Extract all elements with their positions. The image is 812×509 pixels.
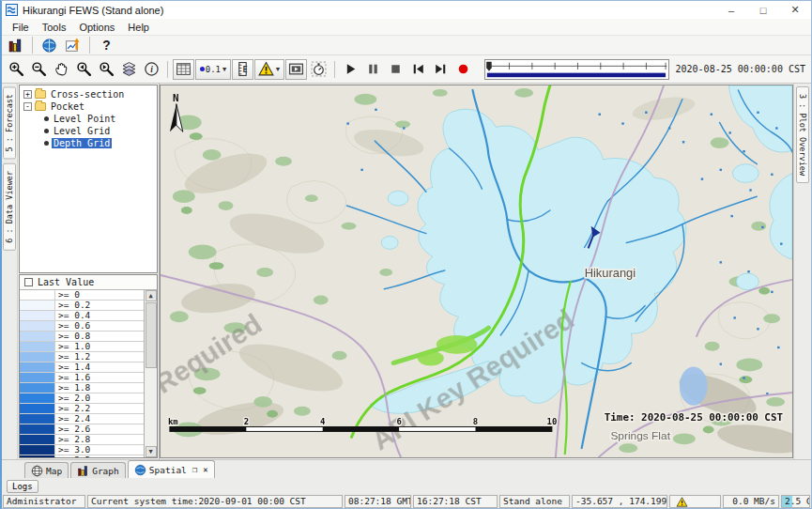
svg-text:E: E bbox=[243, 65, 248, 74]
movie-button[interactable] bbox=[285, 59, 307, 80]
scale-tick-label: 10 bbox=[547, 417, 558, 426]
menu-tools[interactable]: Tools bbox=[36, 21, 73, 34]
svg-text:N: N bbox=[173, 92, 179, 104]
scale-select-button[interactable]: 0.1▼ bbox=[195, 59, 231, 80]
legend-label: >= 1.2 bbox=[55, 352, 90, 362]
status-local-time: 16:27:18 CST bbox=[413, 495, 498, 508]
bullet-icon bbox=[44, 116, 49, 121]
tree-item-depth-grid[interactable]: Depth Grid bbox=[20, 137, 157, 149]
close-button[interactable]: ✕ bbox=[779, 1, 811, 19]
legend-label: >= 0.8 bbox=[55, 332, 90, 341]
legend-panel: Last Value >= 0>= 0.2>= 0.4>= 0.6>= 0.8>… bbox=[19, 274, 158, 458]
right-tab-plot-overview[interactable]: 3 : Plot Overview bbox=[796, 86, 809, 183]
legend-label: >= 2.4 bbox=[55, 414, 90, 424]
menu-options[interactable]: Options bbox=[72, 21, 121, 34]
svg-text:?: ? bbox=[102, 38, 110, 53]
zoom-in-button[interactable] bbox=[6, 59, 27, 80]
menu-file[interactable]: File bbox=[6, 21, 36, 34]
toolbar-separator bbox=[32, 37, 33, 54]
legend-row[interactable]: >= 3.2 bbox=[20, 455, 144, 457]
step-backward-button[interactable] bbox=[407, 59, 429, 80]
tab-label: Graph bbox=[92, 466, 119, 476]
record-button[interactable] bbox=[452, 59, 474, 80]
tree-item-level-grid[interactable]: Level Grid bbox=[20, 125, 157, 137]
title-bar: Hikurangi FEWS (Stand alone) –□✕ bbox=[2, 1, 811, 19]
map-display-button[interactable] bbox=[38, 35, 60, 55]
town-label: Hikurangi bbox=[585, 266, 636, 280]
toolbar-main: ? bbox=[2, 36, 811, 55]
legend-label: >= 2.6 bbox=[55, 424, 90, 434]
tree-expander-icon[interactable]: - bbox=[23, 102, 32, 111]
toolbar-map: i0.1▼E▼ 2020-08-25 00:00:00 CST bbox=[2, 55, 811, 84]
legend-swatch bbox=[20, 424, 55, 434]
status-gmt-time: 08:27:18 GMT bbox=[345, 495, 411, 508]
tab-close-icon[interactable]: ✕ bbox=[203, 465, 207, 474]
tree-expander-icon[interactable]: + bbox=[23, 90, 32, 99]
zoom-out-button[interactable] bbox=[28, 59, 50, 80]
step-forward-button[interactable] bbox=[430, 59, 452, 80]
legend-label: >= 2.0 bbox=[55, 393, 90, 403]
zoom-next-button[interactable] bbox=[96, 59, 117, 80]
ruler-button[interactable]: E bbox=[232, 59, 253, 80]
timeline-slider[interactable] bbox=[484, 59, 669, 80]
tree-item-label: Cross-section bbox=[49, 89, 126, 100]
menu-help[interactable]: Help bbox=[121, 21, 156, 34]
tree-item-pocket[interactable]: -Pocket bbox=[20, 100, 157, 113]
tab-graph[interactable]: Graph bbox=[70, 462, 126, 478]
warning-select-button[interactable]: ▼ bbox=[254, 59, 284, 80]
legend-label: >= 0 bbox=[55, 290, 80, 300]
info-button[interactable]: i bbox=[141, 59, 162, 80]
zoom-previous-button[interactable] bbox=[73, 59, 95, 80]
pause-button[interactable] bbox=[362, 59, 384, 80]
scale-tick-label: 2 bbox=[244, 417, 249, 426]
scroll-thumb[interactable] bbox=[146, 302, 157, 368]
stopwatch-button[interactable] bbox=[308, 59, 329, 80]
legend-header: Last Value bbox=[20, 275, 157, 290]
spatial-tab-icon bbox=[134, 464, 146, 476]
timeline-graphic bbox=[485, 60, 668, 79]
legend-swatch bbox=[20, 414, 55, 424]
timeline-period-bar bbox=[487, 72, 666, 77]
tree-item-cross-section[interactable]: +Cross-section bbox=[20, 88, 157, 100]
app-logo-icon bbox=[6, 4, 18, 16]
pan-button[interactable] bbox=[51, 59, 72, 80]
logs-button[interactable]: Logs bbox=[7, 480, 38, 493]
scroll-track[interactable] bbox=[146, 301, 157, 446]
app-window: Hikurangi FEWS (Stand alone) –□✕ FileToo… bbox=[0, 0, 812, 509]
maximize-button[interactable]: □ bbox=[747, 1, 779, 19]
data-explorer-button[interactable] bbox=[5, 35, 26, 55]
scale-bar-segments bbox=[170, 426, 552, 431]
grid-button[interactable] bbox=[173, 59, 194, 80]
scroll-down-icon[interactable]: ▼ bbox=[146, 446, 157, 457]
layers-button[interactable] bbox=[118, 59, 140, 80]
chevron-down-icon: ▼ bbox=[275, 66, 282, 72]
minimize-button[interactable]: – bbox=[715, 1, 747, 19]
legend-swatch bbox=[20, 362, 55, 372]
timeline-cursor bbox=[486, 61, 491, 70]
left-tab-strip: 5 : Forecast6 : Data Viewer bbox=[2, 84, 18, 459]
data-viewer-panel: +Cross-section-PocketLevel PointLevel Gr… bbox=[18, 84, 160, 459]
tab-maximize-icon[interactable]: ❐ bbox=[192, 465, 197, 474]
tree-item-level-point[interactable]: Level Point bbox=[20, 113, 157, 125]
left-tab-data-viewer[interactable]: 6 : Data Viewer bbox=[3, 163, 16, 251]
menu-bar: FileToolsOptionsHelp bbox=[2, 19, 811, 36]
legend-swatch bbox=[20, 383, 55, 393]
grid-display-button[interactable] bbox=[62, 35, 84, 55]
tab-map[interactable]: Map bbox=[24, 462, 69, 478]
content-area: 5 : Forecast6 : Data Viewer +Cross-secti… bbox=[2, 84, 811, 459]
stop-button[interactable] bbox=[385, 59, 406, 80]
scale-tick-label: 6 bbox=[396, 417, 401, 426]
scroll-up-icon[interactable]: ▲ bbox=[146, 290, 157, 301]
map-view[interactable]: API Key Required API Key Required bbox=[160, 85, 793, 458]
legend-swatch bbox=[20, 393, 55, 403]
legend-scrollbar[interactable]: ▲ ▼ bbox=[144, 290, 157, 457]
last-value-checkbox[interactable] bbox=[24, 278, 33, 286]
left-tab-forecast[interactable]: 5 : Forecast bbox=[3, 86, 16, 159]
tab-spatial[interactable]: Spatial❐✕ bbox=[128, 460, 215, 478]
map-canvas: API Key Required API Key Required bbox=[161, 85, 792, 457]
timeline-datetime: 2020-08-25 00:00:00 CST bbox=[676, 64, 807, 74]
play-button[interactable] bbox=[340, 59, 361, 80]
help-button[interactable]: ? bbox=[96, 35, 117, 55]
layer-tree: +Cross-section-PocketLevel PointLevel Gr… bbox=[19, 85, 158, 273]
status-user: Administrator bbox=[3, 495, 85, 508]
